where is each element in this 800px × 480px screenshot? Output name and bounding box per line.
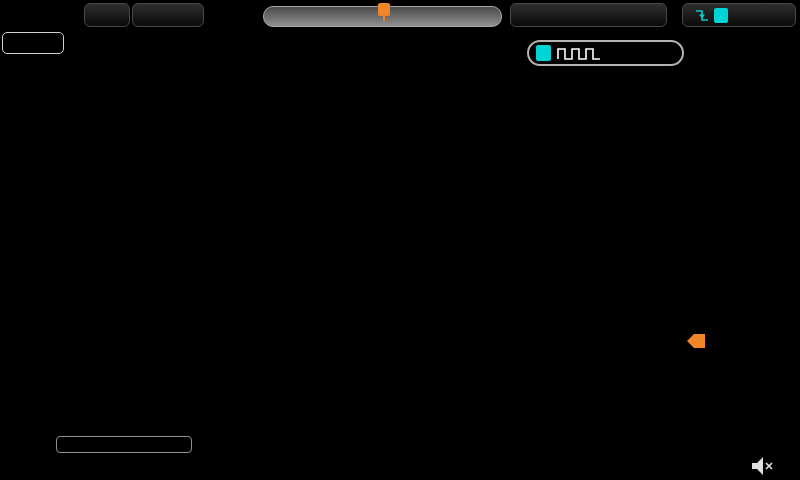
channel-status-bar bbox=[0, 453, 800, 480]
trigger-position-flag[interactable] bbox=[378, 3, 390, 16]
delay-readout-box[interactable] bbox=[510, 3, 667, 27]
top-status-bar bbox=[0, 0, 800, 30]
oscilloscope-screen bbox=[0, 0, 800, 480]
horizontal-scale-box[interactable] bbox=[132, 3, 204, 27]
trigger-source-badge bbox=[714, 8, 728, 23]
waveform-preview-bar[interactable] bbox=[263, 6, 502, 27]
counter-source-badge bbox=[536, 45, 551, 61]
waveform-display bbox=[0, 0, 800, 480]
left-menu-title bbox=[2, 32, 64, 54]
falling-edge-icon bbox=[695, 8, 709, 23]
square-wave-icon bbox=[556, 46, 604, 61]
frequency-counter-badge bbox=[527, 40, 684, 66]
trigger-readout-box[interactable] bbox=[682, 3, 796, 27]
run-state-button[interactable] bbox=[84, 3, 130, 27]
muted-speaker-icon[interactable] bbox=[750, 456, 776, 476]
pulse-count-readout bbox=[56, 436, 192, 453]
